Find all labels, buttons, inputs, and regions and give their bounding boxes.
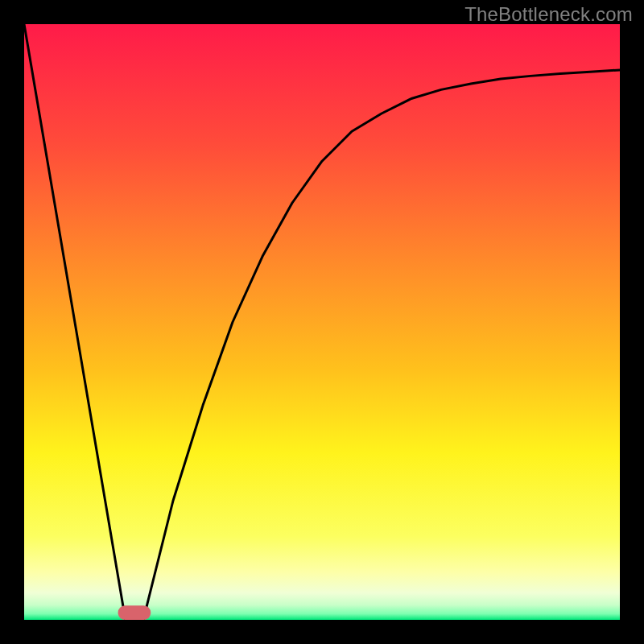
chart-frame: TheBottleneck.com bbox=[0, 0, 644, 644]
minimum-marker bbox=[118, 605, 151, 620]
plot-area bbox=[24, 24, 620, 620]
gradient-background bbox=[24, 24, 620, 620]
watermark-text: TheBottleneck.com bbox=[464, 3, 633, 26]
chart-svg bbox=[24, 24, 620, 620]
